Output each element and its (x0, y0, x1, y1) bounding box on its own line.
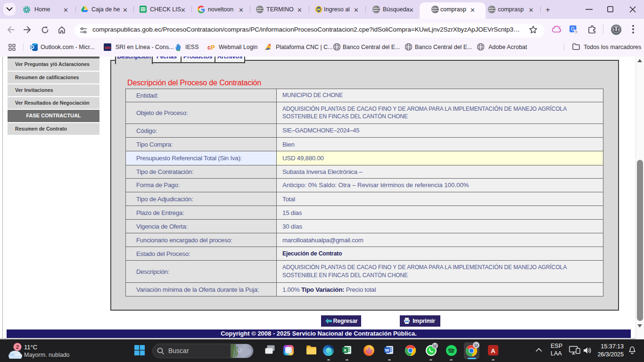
svg-text:W: W (385, 347, 389, 353)
svg-text:SRI: SRI (105, 46, 111, 50)
svg-text:P: P (211, 44, 215, 51)
svg-text:2: 2 (16, 344, 19, 350)
svg-text:A: A (491, 347, 495, 354)
svg-text:X: X (344, 347, 347, 353)
